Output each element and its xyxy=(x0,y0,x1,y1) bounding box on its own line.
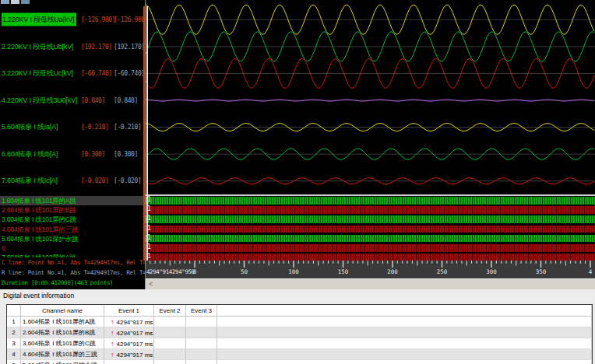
analog-channel-row[interactable]: 2.220KV I 段母线Ub[kV][192.170][192.170] xyxy=(0,33,146,60)
r-cursor-value: [-126.980] xyxy=(114,16,146,23)
horizontal-scrollbar[interactable]: < xyxy=(146,278,595,289)
ruler-ticks xyxy=(146,261,595,268)
event3-cell xyxy=(186,317,217,327)
r-cursor-line[interactable] xyxy=(146,6,148,261)
event3-cell xyxy=(186,327,217,338)
waveform-plot-area[interactable]: 1111111 xyxy=(146,0,595,261)
row-number-cell: 3 xyxy=(7,338,21,349)
analog-channel-row[interactable]: 3.220KV I 段母线Uc[kV][-60.740][-60.740] xyxy=(0,60,146,86)
analog-channel-name: 4.220KV I 段母线3U0[kV] xyxy=(2,95,77,105)
analog-channel-row[interactable]: 5.604拓泉 I 线Ia[A][-0.210][-0.210] xyxy=(0,114,146,140)
r-cursor-value: [0.840] xyxy=(114,96,138,103)
event3-cell xyxy=(186,338,217,349)
event1-time: 4294"917 ms xyxy=(117,330,153,337)
digital-channel-row[interactable]: 1.604拓泉 I 线101屏的A跳 xyxy=(0,196,146,205)
analog-channel-name: 2.220KV I 段母线Ub[kV] xyxy=(2,41,73,51)
header-channel-name: Channel name xyxy=(21,305,104,317)
toolbar-button-icon[interactable] xyxy=(1,0,9,4)
event1-cell: ↑4294"917 ms xyxy=(104,317,154,327)
r-line-status: R line: Point No.=1, Abs T=4294917ms, Re… xyxy=(2,269,146,276)
event1-cell: ↑4294"917 ms xyxy=(104,327,154,338)
digital-trace-bar: 1 xyxy=(146,235,595,243)
trip-rising-edge-icon: ↑ xyxy=(111,340,114,348)
event1-time: 4294"917 ms xyxy=(117,319,153,326)
event1-cell: ↑4294"917 ms xyxy=(104,360,154,364)
time-ruler[interactable]: 4294"914294"950 0501001502002503003504 xyxy=(146,261,595,278)
table-row[interactable]: 22.604拓泉 I 线101屏的B跳↑4294"917 ms xyxy=(7,327,592,338)
digital-trace-bar: 1 xyxy=(146,206,595,214)
duration-status: Duration [0:00.412000](463 points) xyxy=(2,279,113,286)
scrollbar-left-arrow-icon[interactable]: < xyxy=(149,280,153,289)
window-toolbar-fragment xyxy=(1,0,30,4)
r-cursor-value: [-60.740] xyxy=(114,70,145,77)
row-number-cell: 5 xyxy=(7,360,21,364)
r-cursor-value: [-0.020] xyxy=(114,177,141,184)
event2-cell xyxy=(154,349,186,360)
digital-channel-name: 3.604拓泉 I 线101屏的C跳 xyxy=(2,215,76,225)
event3-cell xyxy=(186,360,217,364)
header-event-1: Event 1 xyxy=(104,305,154,317)
ruler-time-label: 100 xyxy=(288,268,299,275)
c-line-status: C line: Point No.=1, Abs T=4294917ms, Re… xyxy=(2,259,146,266)
filler-cell xyxy=(217,317,592,327)
digital-channel-name: 1.604拓泉 I 线101屏的A跳 xyxy=(2,197,76,206)
digital-channel-row[interactable]: 5.604拓泉 I 线101保护永跳 xyxy=(0,234,146,243)
analog-channel-name: 1.220KV I 段母线Ua[kV] xyxy=(2,13,76,26)
digital-channel-name: 5.604拓泉 I 线101保护永跳 xyxy=(2,235,78,244)
digital-trace-bar: 1 xyxy=(146,226,595,233)
c-cursor-value: [0.840] xyxy=(81,96,105,103)
table-header-row: Channel name Event 1 Event 2 Event 3 xyxy=(7,305,592,317)
c-cursor-value: [-126.980] xyxy=(81,16,115,23)
channel-name-cell: 2.604拓泉 I 线101屏的B跳 xyxy=(21,327,104,338)
ruler-time-label: 250 xyxy=(437,268,448,275)
header-event-2: Event 2 xyxy=(154,305,186,317)
digital-channel-row[interactable]: 4.604拓泉 I 线101屏的三跳 xyxy=(0,225,146,234)
c-cursor-value: [-0.020] xyxy=(81,177,108,184)
analog-channel-row[interactable]: 7.604拓泉 I 线Ic[A][-0.020][-0.020] xyxy=(0,167,146,194)
analog-channel-row[interactable]: 1.220KV I 段母线Ua[kV][-126.980][-126.980] xyxy=(0,6,146,33)
ruler-time-label: 150 xyxy=(338,268,349,275)
digital-trace-bar: 1 xyxy=(146,215,595,223)
r-cursor-value: [192.170] xyxy=(114,43,145,50)
event2-cell xyxy=(154,317,186,327)
ruler-time-label: 50 xyxy=(241,268,248,275)
trip-rising-edge-icon: ↑ xyxy=(111,329,114,337)
table-row[interactable]: 33.604拓泉 I 线101屏的C跳↑4294"917 ms xyxy=(7,338,592,349)
digital-channel-row[interactable]: 2.604拓泉 I 线101屏的B跳 xyxy=(0,205,146,215)
header-event-3: Event 3 xyxy=(186,305,217,317)
table-row[interactable]: 11.604拓泉 I 线101屏的A跳↑4294"917 ms xyxy=(7,317,592,327)
table-row[interactable]: 44.604拓泉 I 线101屏的三跳↑4294"917 ms xyxy=(7,349,592,360)
analog-channel-name: 6.604拓泉 I 线Ib[A] xyxy=(2,149,58,159)
ruler-time-label: 350 xyxy=(536,268,547,275)
toolbar-button-icon[interactable] xyxy=(11,0,19,4)
digital-channel-row[interactable]: 6. xyxy=(0,243,146,253)
event1-time: 4294"917 ms xyxy=(117,341,153,348)
analog-channel-row[interactable]: 4.220KV I 段母线3U0[kV][0.840][0.840] xyxy=(0,87,146,114)
c-cursor-value: [-0.210] xyxy=(81,124,108,131)
event1-time: 4294"917 ms xyxy=(117,352,153,359)
event1-cell: ↑4294"917 ms xyxy=(104,338,154,349)
c-cursor-value: [192.170] xyxy=(81,43,112,50)
c-cursor-line[interactable] xyxy=(143,6,145,261)
digital-trace-bar: 1 xyxy=(146,244,595,252)
panel-splitter[interactable] xyxy=(145,0,146,289)
filler-cell xyxy=(217,327,592,338)
analog-channel-row[interactable]: 6.604拓泉 I 线Ib[A][0.300][0.300] xyxy=(0,141,146,167)
channel-name-cell: 4.604拓泉 I 线101屏的三跳 xyxy=(21,349,104,360)
digital-channel-name: 2.604拓泉 I 线101屏的B跳 xyxy=(2,206,76,215)
analog-digital-separator xyxy=(146,194,595,196)
analog-channel-name: 3.220KV I 段母线Uc[kV] xyxy=(2,68,73,79)
row-number-cell: 2 xyxy=(7,327,21,338)
row-number-cell: 4 xyxy=(7,349,21,360)
digital-channel-name: 4.604拓泉 I 线101屏的三跳 xyxy=(2,226,78,235)
toolbar-button-icon[interactable] xyxy=(21,0,30,4)
table-row[interactable]: 55.604拓泉 I 线101保护永跳↑4294"917 ms xyxy=(7,360,592,364)
ruler-time-label: 4 xyxy=(589,268,593,275)
event2-cell xyxy=(154,360,186,364)
analog-channel-name: 5.604拓泉 I 线Ia[A] xyxy=(2,122,58,132)
digital-channel-row[interactable]: 3.604拓泉 I 线101屏的C跳 xyxy=(0,215,146,224)
r-cursor-value: [0.300] xyxy=(114,150,138,157)
c-cursor-value: [0.300] xyxy=(81,150,105,157)
r-cursor-value: [-0.210] xyxy=(114,124,141,131)
header-index xyxy=(7,305,21,317)
